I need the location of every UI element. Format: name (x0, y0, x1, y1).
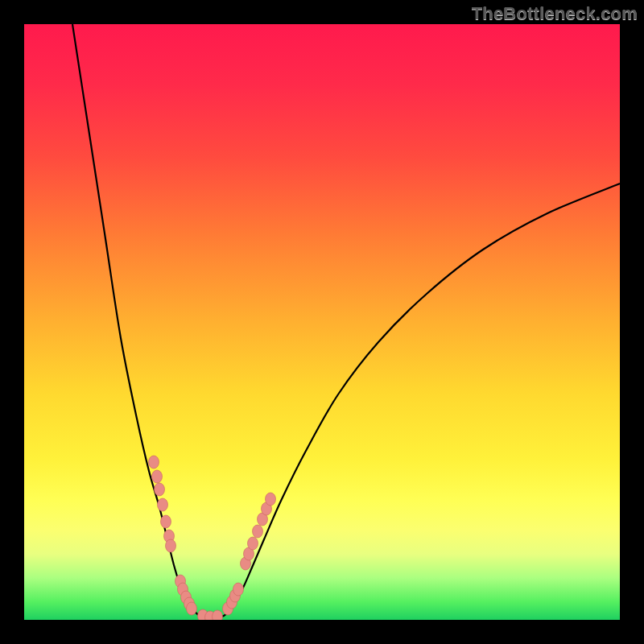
data-dot (213, 610, 223, 620)
data-dot (248, 537, 258, 550)
data-dot (152, 470, 163, 483)
data-dot (161, 515, 171, 528)
data-dot (155, 483, 165, 496)
bottleneck-curve (24, 24, 620, 620)
data-dot (149, 456, 159, 469)
watermark-text: TheBottleneck.com (472, 3, 638, 24)
data-dot (187, 602, 197, 615)
data-dot (158, 498, 168, 511)
data-dots (149, 456, 276, 620)
data-dot (266, 493, 276, 506)
data-dot (233, 583, 244, 596)
plot-area (24, 24, 620, 620)
chart-frame: TheBottleneck.com (0, 0, 644, 644)
data-dot (253, 525, 263, 538)
curve-path (72, 24, 620, 618)
data-dot (166, 539, 176, 552)
